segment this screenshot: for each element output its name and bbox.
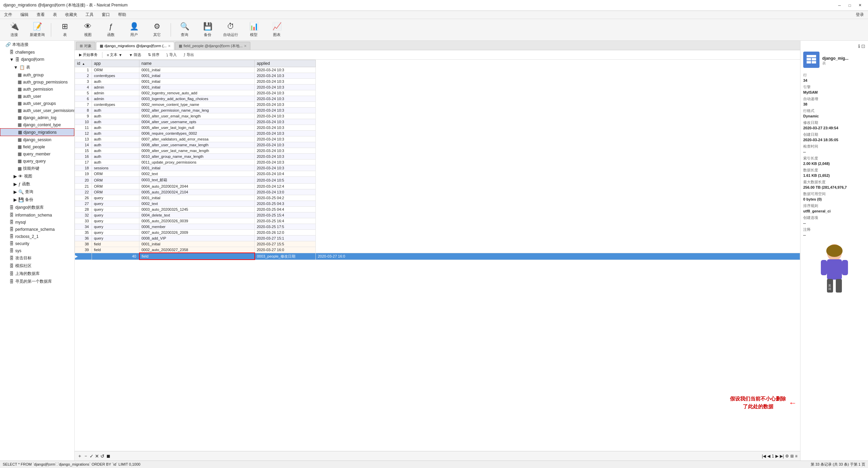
sidebar-db-sys[interactable]: 🗄 sys — [0, 247, 74, 254]
begin-transaction-button[interactable]: ▶ 开始事务 — [77, 51, 100, 58]
col-header-applied[interactable]: applied — [255, 60, 316, 67]
table-row[interactable]: 12auth0006_require_contenttypes_00022020… — [75, 131, 800, 136]
toolbar-backup[interactable]: 💾 备份 — [197, 20, 218, 39]
text-button[interactable]: ≡ 文本 ▼ — [104, 51, 124, 58]
toolbar-new-query[interactable]: 📝 新建查询 — [26, 20, 48, 39]
menu-help[interactable]: 帮助 — [117, 12, 128, 18]
sidebar-folder-functions[interactable]: ▶ ƒ 函数 — [0, 180, 74, 188]
toolbar-chart[interactable]: 📈 图表 — [266, 20, 288, 39]
sidebar-folder-views[interactable]: ▶ 👁 视图 — [0, 172, 74, 180]
tab-django-migrations[interactable]: ▦ django_migrations @django的orm (... ✕ — [96, 42, 174, 50]
delete-row-button[interactable]: － — [83, 453, 88, 459]
minimize-button[interactable]: ─ — [835, 2, 844, 9]
table-row[interactable]: 36query0008_add_VIP2020-03-27 15:1 — [75, 236, 800, 241]
table-row[interactable]: 3auth0001_initial2020-03-24 10:3 — [75, 79, 800, 85]
sidebar-folder-queries[interactable]: ▶ 🔍 查询 — [0, 188, 74, 196]
table-row[interactable]: 4admin0001_initial2020-03-24 10:3 — [75, 85, 800, 90]
sidebar-db-shanghai[interactable]: 🗄 上海的数据库 — [0, 270, 74, 278]
sidebar-table-auth-group[interactable]: ▦ auth_group — [0, 71, 74, 78]
col-header-app[interactable]: app — [92, 60, 139, 67]
tab-close-icon[interactable]: ✕ — [168, 44, 171, 48]
sort-button[interactable]: ⇅ 排序 — [146, 51, 162, 58]
cancel-edit-button[interactable]: ✕ — [95, 453, 99, 459]
sidebar-table-django-content-type[interactable]: ▦ django_content_type — [0, 121, 74, 128]
table-row[interactable]: 14auth0008_alter_user_username_max_lengt… — [75, 142, 800, 148]
table-row[interactable]: 22ORM0005_auto_20200324_21042020-03-24 1… — [75, 189, 800, 195]
table-row[interactable]: 17auth0011_update_proxy_permissions2020-… — [75, 160, 800, 165]
sidebar-db-djangoorm[interactable]: ▼ 🗄 django的orm — [0, 56, 74, 63]
sidebar-table-auth-user-groups[interactable]: ▦ auth_user_groups — [0, 100, 74, 107]
tab-field-people-close-icon[interactable]: ✕ — [244, 44, 247, 48]
table-row[interactable]: 6admin0003_logentry_add_action_flag_choi… — [75, 96, 800, 102]
sidebar-db-rocboss[interactable]: 🗄 rocboss_2_1 — [0, 233, 74, 240]
table-row[interactable]: 8auth0002_alter_permission_name_max_leng… — [75, 108, 800, 113]
col-header-name[interactable]: name — [139, 60, 255, 67]
first-page-button[interactable]: |◀ — [762, 454, 766, 458]
page-settings-button[interactable]: ⚙ — [785, 454, 789, 458]
table-row[interactable]: 2contenttypes0001_initial2020-03-24 10:3 — [75, 73, 800, 79]
menu-edit[interactable]: 编辑 — [19, 12, 30, 18]
table-row[interactable]: 7contenttypes0002_remove_content_type_na… — [75, 102, 800, 108]
sidebar-db-django-db[interactable]: 🗄 django的数据库 — [0, 204, 74, 211]
import-button[interactable]: ⤵ 导入 — [164, 51, 179, 58]
toolbar-auto-run[interactable]: ⏱ 自动运行 — [220, 20, 242, 39]
sidebar-table-query-member[interactable]: ▦ query_member — [0, 150, 74, 157]
table-row[interactable]: 15auth0009_alter_user_last_name_max_leng… — [75, 148, 800, 154]
add-row-button[interactable]: ＋ — [77, 453, 82, 459]
grid-view-button[interactable]: ⊞ — [790, 454, 794, 458]
table-row[interactable]: 9auth0003_alter_user_email_max_length202… — [75, 113, 800, 119]
sidebar-db-attack[interactable]: 🗄 攻击目标 — [0, 254, 74, 262]
sidebar-db-security[interactable]: 🗄 security — [0, 240, 74, 247]
menu-tools[interactable]: 工具 — [84, 12, 95, 18]
toolbar-other[interactable]: ⚙ 其它 — [146, 20, 168, 39]
filter-button[interactable]: ▼ 筛选 — [127, 51, 143, 58]
sidebar-table-auth-perm[interactable]: ▦ auth_permission — [0, 86, 74, 93]
sidebar-db-information-schema[interactable]: 🗄 information_schema — [0, 211, 74, 219]
table-row[interactable]: 32query0004_delete_text2020-03-25 15:4 — [75, 212, 800, 218]
menu-favorites[interactable]: 收藏夹 — [64, 12, 79, 18]
sidebar-db-performance-schema[interactable]: 🗄 performance_schema — [0, 226, 74, 233]
stop-button[interactable]: ⏹ — [106, 453, 111, 459]
sidebar-db-simulate[interactable]: 🗄 模拟社区 — [0, 262, 74, 270]
sidebar-db-first[interactable]: 🗄 寻觅的第一个数据库 — [0, 278, 74, 285]
sidebar-db-mysql[interactable]: 🗄 mysql — [0, 219, 74, 226]
next-page-button[interactable]: ▶ — [775, 454, 778, 458]
sidebar-table-django-migrations[interactable]: ▦ django_migrations — [0, 128, 74, 136]
table-row[interactable]: 10auth0004_alter_user_username_opts2020-… — [75, 119, 800, 125]
sidebar-table-django-admin-log[interactable]: ▦ django_admin_log — [0, 114, 74, 121]
sidebar-db-challenges[interactable]: 🗄 challenges — [0, 49, 74, 56]
sidebar-table-skill-fk[interactable]: ▦ 技能外键 — [0, 165, 74, 172]
col-header-id[interactable]: id ▲ — [75, 60, 92, 67]
toolbar-query[interactable]: 🔍 查询 — [174, 20, 195, 39]
close-button[interactable]: ✕ — [855, 2, 865, 9]
sidebar-folder-backup[interactable]: ▶ 💾 备份 — [0, 196, 74, 204]
last-page-button[interactable]: ▶| — [780, 454, 784, 458]
sidebar-table-field-people[interactable]: ▦ field_people — [0, 143, 74, 150]
panel-info-icon[interactable]: ℹ — [858, 43, 860, 49]
menu-table[interactable]: 表 — [52, 12, 58, 18]
sidebar-table-auth-group-perm[interactable]: ▦ auth_group_permissions — [0, 78, 74, 86]
toolbar-table[interactable]: ⊞ 表 — [54, 20, 76, 39]
table-row[interactable]: 18sessions0001_initial2020-03-24 10:3 — [75, 165, 800, 171]
prev-page-button[interactable]: ◀ — [767, 454, 770, 458]
table-row[interactable]: 35query0007_auto_20200326_20092020-03-26… — [75, 230, 800, 236]
table-row[interactable]: 11auth0005_alter_user_last_login_null202… — [75, 125, 800, 131]
table-row[interactable]: 19ORM0002_text2020-03-24 10:4 — [75, 171, 800, 177]
table-row[interactable]: 16auth0010_alter_group_name_max_length20… — [75, 154, 800, 160]
table-row[interactable]: 21ORM0004_auto_20200324_20442020-03-24 1… — [75, 184, 800, 189]
menu-view[interactable]: 查看 — [35, 12, 46, 18]
menu-window[interactable]: 窗口 — [100, 12, 111, 18]
table-row[interactable]: 28query0003_auto_20200325_12452020-03-25… — [75, 207, 800, 212]
toolbar-view[interactable]: 👁 视图 — [77, 20, 99, 39]
table-row[interactable]: 1ORM0001_initial2020-03-24 10:3 — [75, 67, 800, 73]
table-row[interactable]: ▶40field0003_people_修改日期2020-03-27 16:0 — [75, 253, 800, 260]
table-row[interactable]: 26query0001_initial2020-03-25 04:2 — [75, 195, 800, 201]
table-row[interactable]: 20ORM0003_text_邮箱2020-03-24 10:5 — [75, 177, 800, 184]
list-view-button[interactable]: ≡ — [795, 454, 797, 458]
toolbar-user[interactable]: 👤 用户 — [123, 20, 145, 39]
table-container[interactable]: id ▲ app name applied 1ORM0001_initial20… — [75, 60, 800, 451]
toolbar-function[interactable]: ƒ 函数 — [100, 20, 122, 39]
sidebar-table-auth-user[interactable]: ▦ auth_user — [0, 93, 74, 100]
table-row[interactable]: 33query0005_auto_20200326_00392020-03-25… — [75, 218, 800, 224]
table-row[interactable]: 34query0006_member2020-03-25 17:5 — [75, 224, 800, 230]
